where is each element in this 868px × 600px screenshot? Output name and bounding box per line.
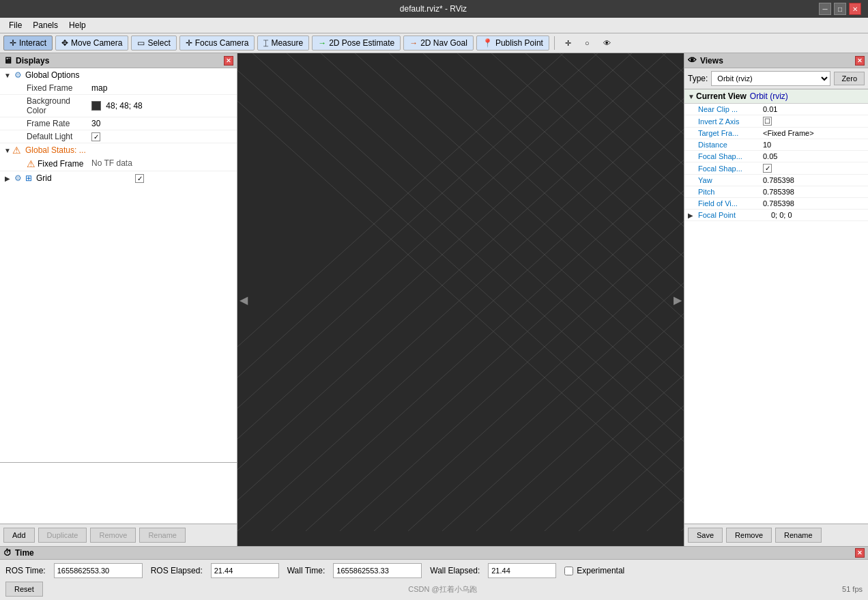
experimental-checkbox[interactable] xyxy=(564,567,573,575)
global-options-row[interactable]: ▼ ⚙ Global Options xyxy=(0,68,237,82)
duplicate-button[interactable]: Duplicate xyxy=(38,528,87,543)
menu-file[interactable]: File xyxy=(3,19,27,31)
current-view-header[interactable]: ▼ Current View Orbit (rviz) xyxy=(684,89,868,104)
invert-z-value[interactable]: ☐ xyxy=(763,117,865,126)
focal-point-label: Focal Point xyxy=(696,211,771,219)
rename-button[interactable]: Rename xyxy=(139,528,186,543)
toolbar-separator xyxy=(554,36,555,50)
background-color-label: Background Color xyxy=(3,96,91,115)
views-rename-button[interactable]: Rename xyxy=(775,528,822,543)
fov-label: Field of Vi... xyxy=(688,199,763,208)
background-color-value[interactable]: 48; 48; 48 xyxy=(91,101,234,111)
displays-panel-icon: 🖥 xyxy=(3,55,12,66)
close-button[interactable]: ✕ xyxy=(849,3,861,15)
current-view-type: Orbit (rviz) xyxy=(750,91,788,101)
distance-value[interactable]: 10 xyxy=(763,141,865,149)
target-frame-value[interactable]: <Fixed Frame> xyxy=(763,129,865,137)
measure-button[interactable]: ⌶ Measure xyxy=(257,35,309,51)
nav-goal-button[interactable]: → 2D Nav Goal xyxy=(403,35,474,51)
time-bar: ⏱ Time ✕ ROS Time: ROS Elapsed: Wall Tim… xyxy=(0,546,868,600)
reset-button[interactable]: Reset xyxy=(5,582,43,597)
viewport-arrow-left[interactable]: ◀ xyxy=(240,294,248,306)
interact-icon: ✛ xyxy=(10,38,16,48)
fov-value[interactable]: 0.785398 xyxy=(763,199,865,208)
near-clip-value[interactable]: 0.01 xyxy=(763,105,865,113)
yaw-label: Yaw xyxy=(688,176,763,184)
wall-elapsed-input[interactable] xyxy=(488,563,556,578)
minimize-button[interactable]: ─ xyxy=(819,3,831,15)
time-reset-row: Reset CSDN @扛着小乌跑 51 fps xyxy=(0,582,868,600)
focal-shape-1-value[interactable]: 0.05 xyxy=(763,152,865,160)
grid-row[interactable]: ▶ ⚙ ⊞ Grid xyxy=(0,171,237,185)
add-button[interactable]: Add xyxy=(3,528,35,543)
fov-prop: Field of Vi... 0.785398 xyxy=(684,198,868,210)
frame-rate-value[interactable]: 30 xyxy=(91,119,234,128)
publish-point-button[interactable]: 📍 Publish Point xyxy=(476,35,549,51)
focal-shape-1-label: Focal Shap... xyxy=(688,152,763,160)
grid-checkbox-value[interactable] xyxy=(135,173,234,183)
focal-shape-2-checkbox[interactable] xyxy=(763,164,772,173)
views-save-button[interactable]: Save xyxy=(688,528,723,543)
pitch-prop: Pitch 0.785398 xyxy=(684,186,868,198)
distance-prop: Distance 10 xyxy=(684,139,868,151)
title-bar: default.rviz* - RViz ─ □ ✕ xyxy=(0,0,868,18)
default-light-checkbox[interactable] xyxy=(91,132,100,141)
move-camera-label: Move Camera xyxy=(71,38,122,48)
pose-estimate-button[interactable]: → 2D Pose Estimate xyxy=(312,35,401,51)
menu-panels[interactable]: Panels xyxy=(27,19,63,31)
views-remove-button[interactable]: Remove xyxy=(726,528,772,543)
toolbar-extra-3[interactable]: 👁 xyxy=(598,37,616,49)
time-panel-close[interactable]: ✕ xyxy=(855,548,865,558)
viewport[interactable]: ◀ ▶ xyxy=(237,53,684,546)
menu-help[interactable]: Help xyxy=(63,19,91,31)
yaw-prop: Yaw 0.785398 xyxy=(684,175,868,186)
views-type-row: Type: Orbit (rviz) Zero xyxy=(684,68,868,89)
ros-time-input[interactable] xyxy=(54,563,143,578)
fixed-frame-label: Fixed Frame xyxy=(3,83,91,93)
focal-shape-2-value[interactable] xyxy=(763,164,865,173)
ros-elapsed-input[interactable] xyxy=(211,563,279,578)
focus-camera-icon: ✛ xyxy=(186,38,192,48)
ros-elapsed-label: ROS Elapsed: xyxy=(151,566,203,575)
measure-icon: ⌶ xyxy=(263,38,268,48)
zero-button[interactable]: Zero xyxy=(834,72,865,85)
pose-estimate-icon: → xyxy=(318,38,326,48)
grid-visualization xyxy=(237,53,684,546)
yaw-value[interactable]: 0.785398 xyxy=(763,176,865,184)
remove-button[interactable]: Remove xyxy=(90,528,136,543)
global-status-row[interactable]: ▼ ⚠ Global Status: ... xyxy=(0,143,237,157)
default-light-value[interactable] xyxy=(91,132,234,141)
fps-label: 51 fps xyxy=(842,585,863,593)
toolbar-extra-1[interactable]: ✛ xyxy=(560,37,577,50)
displays-buttons: Add Duplicate Remove Rename xyxy=(0,524,237,546)
type-select[interactable]: Orbit (rviz) xyxy=(711,71,830,86)
ros-time-label: ROS Time: xyxy=(5,566,46,575)
focus-camera-button[interactable]: ✛ Focus Camera xyxy=(179,35,255,51)
focal-point-value[interactable]: 0; 0; 0 xyxy=(771,211,865,219)
grid-label: Grid xyxy=(34,173,135,183)
move-camera-button[interactable]: ✥ Move Camera xyxy=(55,35,128,51)
wall-time-input[interactable] xyxy=(333,563,422,578)
global-status-warn-icon: ⚠ xyxy=(12,145,21,156)
viewport-arrow-right[interactable]: ▶ xyxy=(674,294,682,306)
nav-goal-icon: → xyxy=(409,38,418,48)
invert-z-prop: Invert Z Axis ☐ xyxy=(684,115,868,128)
displays-panel-close[interactable]: ✕ xyxy=(224,56,233,66)
interact-button[interactable]: ✛ Interact xyxy=(3,35,53,51)
invert-z-checkbox[interactable]: ☐ xyxy=(763,117,772,126)
toolbar: ✛ Interact ✥ Move Camera ▭ Select ✛ Focu… xyxy=(0,33,868,53)
restore-button[interactable]: □ xyxy=(834,3,846,15)
move-camera-icon: ✥ xyxy=(61,38,68,48)
fixed-frame-value[interactable]: map xyxy=(91,83,234,93)
window-title: default.rviz* - RViz xyxy=(48,4,819,14)
toolbar-extra-2[interactable]: ○ xyxy=(579,37,595,49)
grid-checkbox[interactable] xyxy=(135,174,144,183)
views-panel-close[interactable]: ✕ xyxy=(855,56,865,66)
pitch-value[interactable]: 0.785398 xyxy=(763,188,865,196)
select-button[interactable]: ▭ Select xyxy=(131,35,176,51)
focus-camera-label: Focus Camera xyxy=(195,38,249,48)
default-light-label: Default Light xyxy=(3,132,91,141)
fixed-frame-status-label: Fixed Frame xyxy=(38,159,83,169)
time-title: Time xyxy=(15,548,34,558)
pitch-label: Pitch xyxy=(688,188,763,196)
